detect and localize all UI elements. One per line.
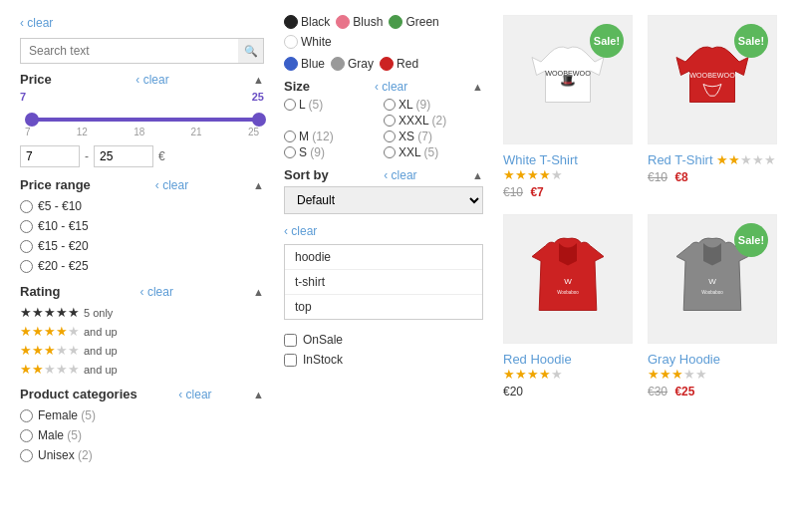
rating-row-4[interactable]: ★★★★★ and up — [20, 322, 264, 341]
rating-text-3: and up — [84, 345, 118, 357]
red-swatch — [380, 57, 394, 71]
products-panel: Sale! WOOBEWOO 🎩 White T-Shirt ★★★★★ €10… — [493, 10, 787, 522]
slider-labels: 7 12 18 21 25 — [25, 127, 259, 137]
price-range-1: €5 - €10 — [38, 199, 82, 213]
tag-tshirt: t-shirt — [285, 270, 482, 295]
categories-clear[interactable]: clear — [178, 388, 211, 401]
size-radio-xxl[interactable] — [384, 146, 396, 158]
sort-label: Sort by — [284, 167, 329, 182]
price-range-section: Price range clear ▲ €5 - €10 €10 - €15 €… — [20, 177, 264, 276]
gray-hoodie-old-price: €30 — [648, 385, 667, 399]
price-range-list: €5 - €10 €10 - €15 €15 - €20 €20 - €25 — [20, 196, 264, 276]
rating-label: Rating — [20, 284, 60, 299]
color-gray[interactable]: Gray — [331, 57, 374, 71]
color-blush-label: Blush — [353, 15, 383, 29]
middle-filters: Black Blush Green White Blue Gray — [274, 10, 493, 522]
on-sale-label: OnSale — [303, 333, 343, 347]
size-radio-xl[interactable] — [384, 99, 396, 111]
gray-hoodie-new-price: €25 — [674, 385, 694, 399]
price-min-input[interactable] — [20, 145, 80, 167]
color-blue[interactable]: Blue — [284, 57, 325, 71]
rating-row-3[interactable]: ★★★★★ and up — [20, 341, 264, 360]
white-tshirt-price: €10 €7 — [503, 185, 633, 199]
price-range-2: €10 - €15 — [38, 219, 89, 233]
gray-swatch — [331, 57, 345, 71]
cat-radio-female[interactable] — [20, 409, 33, 422]
price-range-radio-4[interactable] — [20, 260, 33, 273]
size-xl[interactable]: XL (9) — [384, 98, 483, 112]
white-swatch — [284, 35, 298, 49]
white-tshirt-new-price: €7 — [530, 185, 543, 199]
color-red-label: Red — [397, 57, 418, 71]
sidebar: clear 🔍 Price clear ▲ 7 25 — [10, 10, 274, 522]
on-sale-checkbox[interactable] — [284, 334, 297, 347]
stars-3: ★★★★★ — [20, 343, 80, 358]
size-m[interactable]: M (12) — [284, 130, 384, 143]
price-max-input[interactable] — [94, 145, 153, 167]
cat-female: Female (5) — [38, 408, 96, 422]
white-tshirt-name[interactable]: White T-Shirt — [503, 152, 578, 167]
price-range-radio-3[interactable] — [20, 240, 33, 253]
price-range-radio-1[interactable] — [20, 200, 33, 213]
red-tshirt-image: Sale! WOOBEWOO — [648, 15, 777, 144]
size-xxl[interactable]: XXL (5) — [384, 145, 483, 159]
sort-clear[interactable]: clear — [384, 168, 416, 182]
search-tags: hoodie t-shirt top — [284, 244, 483, 320]
color-white[interactable]: White — [284, 35, 332, 49]
slider-thumb-right[interactable] — [252, 113, 266, 127]
in-stock-checkbox[interactable] — [284, 354, 297, 367]
red-hoodie-name[interactable]: Red Hoodie — [503, 352, 572, 367]
size-clear[interactable]: clear — [375, 80, 407, 94]
svg-text:WOOBEWOO: WOOBEWOO — [689, 71, 735, 80]
search-input[interactable] — [20, 38, 264, 64]
svg-text:Woobaboo: Woobaboo — [557, 290, 579, 295]
size-xxxl[interactable]: XXXL (2) — [384, 114, 483, 128]
top-clear-link[interactable]: clear — [20, 16, 53, 30]
svg-text:W: W — [708, 277, 716, 286]
list-item: €10 - €15 — [20, 216, 264, 236]
color-black-label: Black — [301, 15, 330, 29]
categories-section: Product categories clear ▲ Female (5) Ma… — [20, 387, 264, 465]
list-item: Female (5) — [20, 405, 264, 425]
price-range-radio-2[interactable] — [20, 220, 33, 233]
rating-clear[interactable]: clear — [140, 285, 173, 299]
price-slider[interactable] — [25, 118, 259, 122]
stars-5: ★★★★★ — [20, 305, 80, 320]
gray-hoodie-image: Sale! W Woobaboo — [648, 214, 777, 344]
color-green[interactable]: Green — [389, 15, 438, 29]
size-xs[interactable]: XS (7) — [384, 130, 483, 143]
price-inputs: - € — [20, 145, 264, 167]
size-chevron: ▲ — [472, 81, 483, 93]
tag-top: top — [285, 295, 482, 319]
color-black[interactable]: Black — [284, 15, 330, 29]
cat-radio-male[interactable] — [20, 429, 33, 442]
categories-list: Female (5) Male (5) Unisex (2) — [20, 405, 264, 465]
rating-row-5[interactable]: ★★★★★ 5 only — [20, 303, 264, 322]
color-blush[interactable]: Blush — [336, 15, 383, 29]
rating-row-2[interactable]: ★★★★★ and up — [20, 360, 264, 379]
green-swatch — [389, 15, 402, 29]
size-s[interactable]: S (9) — [284, 145, 384, 159]
size-xs-label: XS (7) — [398, 130, 432, 143]
size-radio-m[interactable] — [284, 131, 296, 142]
tags-clear-link[interactable]: clear — [284, 224, 483, 238]
red-tshirt-name[interactable]: Red T-Shirt — [648, 152, 713, 167]
sort-select[interactable]: Default Price: Low to High Price: High t… — [284, 186, 483, 214]
size-radio-xs[interactable] — [384, 131, 396, 142]
price-range-clear[interactable]: clear — [155, 178, 188, 192]
color-red[interactable]: Red — [380, 57, 418, 71]
size-radio-xxxl[interactable] — [384, 115, 396, 127]
gray-hoodie-name[interactable]: Gray Hoodie — [648, 352, 720, 367]
price-clear-link[interactable]: clear — [135, 73, 168, 87]
search-button[interactable]: 🔍 — [238, 38, 264, 64]
cat-radio-unisex[interactable] — [20, 449, 33, 462]
size-l[interactable]: L (5) — [284, 98, 384, 112]
size-radio-l[interactable] — [284, 99, 296, 111]
size-radio-s[interactable] — [284, 146, 296, 158]
gray-hoodie-stars: ★★★★★ — [648, 367, 707, 382]
slider-thumb-left[interactable] — [25, 113, 39, 127]
price-chevron-icon: ▲ — [253, 74, 264, 86]
product-red-hoodie: W Woobaboo Red Hoodie ★★★★★ €20 — [503, 214, 633, 399]
white-tshirt-image: Sale! WOOBEWOO 🎩 — [503, 15, 633, 144]
red-hoodie-price: €20 — [503, 385, 633, 399]
